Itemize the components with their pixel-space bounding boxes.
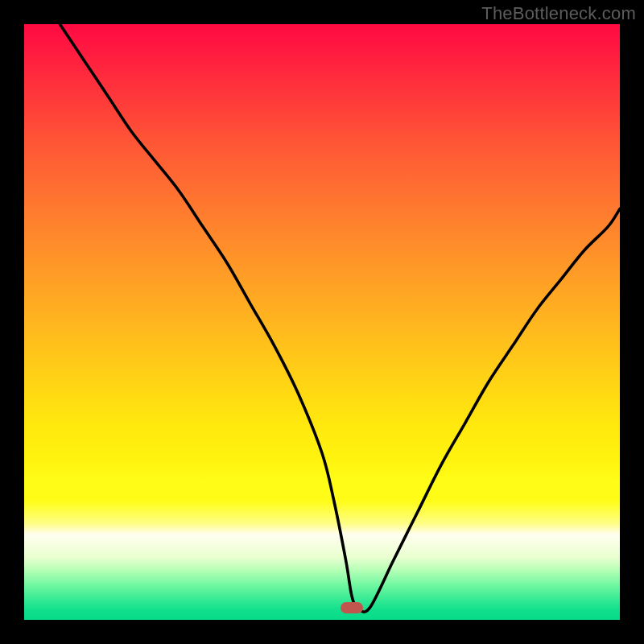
optimal-green-band [24, 557, 620, 620]
plot-area [24, 24, 620, 620]
optimum-marker [341, 602, 363, 613]
pale-band [24, 501, 620, 557]
watermark-text: TheBottleneck.com [481, 3, 636, 24]
chart-frame: TheBottleneck.com [0, 0, 644, 644]
